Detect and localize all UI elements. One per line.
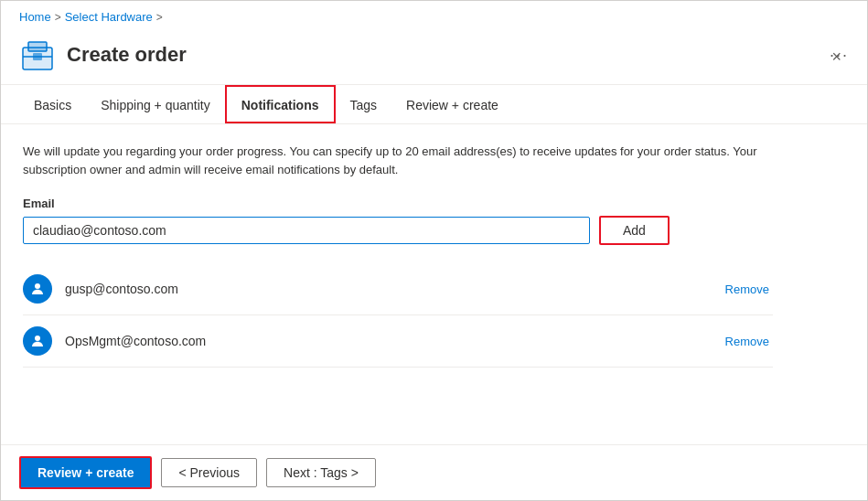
add-email-button[interactable]: Add <box>599 216 670 245</box>
email-address: OpsMgmt@contoso.com <box>65 334 709 348</box>
svg-point-6 <box>35 283 40 289</box>
review-create-button[interactable]: Review + create <box>19 456 152 489</box>
email-field-label: Email <box>23 197 845 210</box>
remove-email-button[interactable]: Remove <box>722 333 773 350</box>
breadcrumb-home[interactable]: Home <box>19 10 51 24</box>
remove-email-button[interactable]: Remove <box>722 281 773 298</box>
tab-basics[interactable]: Basics <box>19 85 86 123</box>
email-input[interactable] <box>23 217 590 244</box>
email-list: gusp@contoso.com Remove OpsMgmt@contoso.… <box>23 263 773 368</box>
email-input-row: Add <box>23 216 845 245</box>
svg-rect-5 <box>33 53 42 60</box>
breadcrumb: Home > Select Hardware > <box>1 1 867 29</box>
tab-review[interactable]: Review + create <box>391 85 513 123</box>
person-icon <box>29 281 46 297</box>
email-address: gusp@contoso.com <box>65 282 709 296</box>
tab-tags[interactable]: Tags <box>336 85 392 123</box>
page-footer: Review + create < Previous Next : Tags > <box>1 444 867 500</box>
breadcrumb-select-hardware[interactable]: Select Hardware <box>65 10 153 24</box>
breadcrumb-separator-1: > <box>55 11 61 24</box>
tab-shipping[interactable]: Shipping + quantity <box>86 85 224 123</box>
avatar <box>23 274 52 304</box>
breadcrumb-separator-2: > <box>156 11 163 24</box>
close-button[interactable]: × <box>824 44 849 70</box>
svg-point-7 <box>35 336 40 341</box>
avatar <box>23 326 52 356</box>
main-window: Home > Select Hardware > Create order ··… <box>0 0 868 501</box>
order-icon <box>19 37 56 73</box>
page-header: Create order ··· × <box>1 29 867 85</box>
previous-button[interactable]: < Previous <box>161 458 257 487</box>
tab-notifications[interactable]: Notifications <box>225 85 336 123</box>
email-list-item: gusp@contoso.com Remove <box>23 263 773 315</box>
tab-content: We will update you regarding your order … <box>1 124 867 444</box>
tab-bar: Basics Shipping + quantity Notifications… <box>1 85 867 124</box>
svg-rect-2 <box>28 42 47 51</box>
person-icon <box>29 333 46 349</box>
email-list-item: OpsMgmt@contoso.com Remove <box>23 315 773 368</box>
description-text: We will update you regarding your order … <box>23 143 773 178</box>
next-button[interactable]: Next : Tags > <box>266 458 376 487</box>
page-title: Create order <box>67 43 820 67</box>
